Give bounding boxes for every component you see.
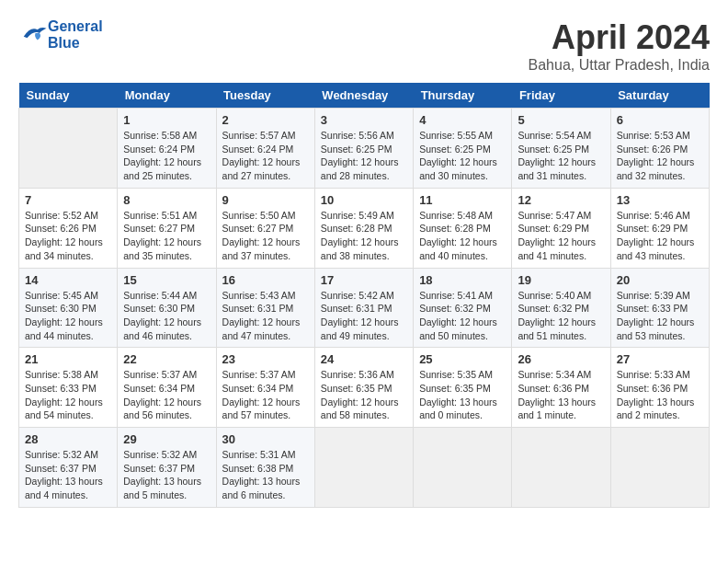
calendar-cell: 27Sunrise: 5:33 AM Sunset: 6:36 PM Dayli… [610, 348, 709, 428]
day-info: Sunrise: 5:37 AM Sunset: 6:34 PM Dayligh… [123, 368, 210, 422]
day-number: 15 [123, 273, 210, 287]
day-number: 19 [518, 273, 604, 287]
calendar-cell: 6Sunrise: 5:53 AM Sunset: 6:26 PM Daylig… [610, 109, 709, 189]
day-number: 7 [25, 193, 111, 207]
calendar-cell [414, 428, 512, 508]
day-info: Sunrise: 5:44 AM Sunset: 6:30 PM Dayligh… [123, 289, 210, 343]
day-number: 24 [321, 352, 407, 366]
day-number: 11 [419, 193, 506, 207]
day-info: Sunrise: 5:40 AM Sunset: 6:32 PM Dayligh… [518, 289, 604, 343]
month-title: April 2024 [529, 18, 710, 57]
day-number: 8 [123, 193, 210, 207]
calendar-cell: 26Sunrise: 5:34 AM Sunset: 6:36 PM Dayli… [512, 348, 610, 428]
page-header: General Blue April 2024 Bahua, Uttar Pra… [18, 18, 710, 74]
day-number: 16 [222, 273, 309, 287]
day-number: 28 [25, 432, 111, 446]
calendar-cell: 14Sunrise: 5:45 AM Sunset: 6:30 PM Dayli… [19, 268, 118, 348]
day-info: Sunrise: 5:34 AM Sunset: 6:36 PM Dayligh… [518, 368, 604, 422]
calendar-cell: 18Sunrise: 5:41 AM Sunset: 6:32 PM Dayli… [414, 268, 512, 348]
day-number: 5 [518, 113, 604, 127]
weekday-header: Wednesday [314, 83, 413, 109]
calendar-cell: 22Sunrise: 5:37 AM Sunset: 6:34 PM Dayli… [118, 348, 216, 428]
day-number: 2 [222, 113, 309, 127]
day-info: Sunrise: 5:57 AM Sunset: 6:24 PM Dayligh… [222, 129, 309, 183]
calendar-cell: 19Sunrise: 5:40 AM Sunset: 6:32 PM Dayli… [512, 268, 610, 348]
day-info: Sunrise: 5:32 AM Sunset: 6:37 PM Dayligh… [123, 448, 210, 502]
calendar-week-row: 21Sunrise: 5:38 AM Sunset: 6:33 PM Dayli… [19, 348, 710, 428]
day-number: 29 [123, 432, 210, 446]
calendar-cell: 9Sunrise: 5:50 AM Sunset: 6:27 PM Daylig… [216, 188, 314, 268]
day-number: 20 [617, 273, 703, 287]
calendar-cell: 2Sunrise: 5:57 AM Sunset: 6:24 PM Daylig… [216, 109, 314, 189]
day-number: 30 [222, 432, 309, 446]
calendar-cell: 8Sunrise: 5:51 AM Sunset: 6:27 PM Daylig… [118, 188, 216, 268]
day-info: Sunrise: 5:33 AM Sunset: 6:36 PM Dayligh… [617, 368, 703, 422]
calendar-cell: 16Sunrise: 5:43 AM Sunset: 6:31 PM Dayli… [216, 268, 314, 348]
calendar-table: SundayMondayTuesdayWednesdayThursdayFrid… [18, 83, 710, 508]
day-info: Sunrise: 5:31 AM Sunset: 6:38 PM Dayligh… [222, 448, 309, 502]
day-number: 1 [123, 113, 210, 127]
day-info: Sunrise: 5:52 AM Sunset: 6:26 PM Dayligh… [25, 209, 111, 263]
day-number: 22 [123, 352, 210, 366]
calendar-cell [314, 428, 413, 508]
day-info: Sunrise: 5:50 AM Sunset: 6:27 PM Dayligh… [222, 209, 309, 263]
weekday-header: Saturday [610, 83, 709, 109]
day-info: Sunrise: 5:51 AM Sunset: 6:27 PM Dayligh… [123, 209, 210, 263]
day-info: Sunrise: 5:56 AM Sunset: 6:25 PM Dayligh… [321, 129, 407, 183]
day-number: 3 [321, 113, 407, 127]
day-number: 10 [321, 193, 407, 207]
calendar-week-row: 1Sunrise: 5:58 AM Sunset: 6:24 PM Daylig… [19, 109, 710, 189]
calendar-cell: 29Sunrise: 5:32 AM Sunset: 6:37 PM Dayli… [118, 428, 216, 508]
calendar-cell: 5Sunrise: 5:54 AM Sunset: 6:25 PM Daylig… [512, 109, 610, 189]
day-info: Sunrise: 5:38 AM Sunset: 6:33 PM Dayligh… [25, 368, 111, 422]
day-info: Sunrise: 5:39 AM Sunset: 6:33 PM Dayligh… [617, 289, 703, 343]
logo-icon [20, 22, 48, 44]
calendar-cell: 28Sunrise: 5:32 AM Sunset: 6:37 PM Dayli… [19, 428, 118, 508]
calendar-cell: 1Sunrise: 5:58 AM Sunset: 6:24 PM Daylig… [118, 109, 216, 189]
calendar-cell [19, 109, 118, 189]
day-number: 18 [419, 273, 506, 287]
day-info: Sunrise: 5:49 AM Sunset: 6:28 PM Dayligh… [321, 209, 407, 263]
day-number: 6 [617, 113, 703, 127]
calendar-cell: 4Sunrise: 5:55 AM Sunset: 6:25 PM Daylig… [414, 109, 512, 189]
day-info: Sunrise: 5:48 AM Sunset: 6:28 PM Dayligh… [419, 209, 506, 263]
day-number: 26 [518, 352, 604, 366]
day-info: Sunrise: 5:32 AM Sunset: 6:37 PM Dayligh… [25, 448, 111, 502]
calendar-cell: 3Sunrise: 5:56 AM Sunset: 6:25 PM Daylig… [314, 109, 413, 189]
day-number: 13 [617, 193, 703, 207]
calendar-cell: 20Sunrise: 5:39 AM Sunset: 6:33 PM Dayli… [610, 268, 709, 348]
day-info: Sunrise: 5:53 AM Sunset: 6:26 PM Dayligh… [617, 129, 703, 183]
weekday-header: Tuesday [216, 83, 314, 109]
calendar-week-row: 7Sunrise: 5:52 AM Sunset: 6:26 PM Daylig… [19, 188, 710, 268]
day-info: Sunrise: 5:47 AM Sunset: 6:29 PM Dayligh… [518, 209, 604, 263]
weekday-header: Friday [512, 83, 610, 109]
day-info: Sunrise: 5:41 AM Sunset: 6:32 PM Dayligh… [419, 289, 506, 343]
day-info: Sunrise: 5:43 AM Sunset: 6:31 PM Dayligh… [222, 289, 309, 343]
day-number: 12 [518, 193, 604, 207]
calendar-cell: 12Sunrise: 5:47 AM Sunset: 6:29 PM Dayli… [512, 188, 610, 268]
weekday-header: Thursday [414, 83, 512, 109]
logo-text: General Blue [48, 18, 103, 52]
day-number: 25 [419, 352, 506, 366]
calendar-cell [512, 428, 610, 508]
calendar-cell: 25Sunrise: 5:35 AM Sunset: 6:35 PM Dayli… [414, 348, 512, 428]
day-info: Sunrise: 5:45 AM Sunset: 6:30 PM Dayligh… [25, 289, 111, 343]
day-info: Sunrise: 5:54 AM Sunset: 6:25 PM Dayligh… [518, 129, 604, 183]
day-number: 17 [321, 273, 407, 287]
day-info: Sunrise: 5:46 AM Sunset: 6:29 PM Dayligh… [617, 209, 703, 263]
calendar-cell: 13Sunrise: 5:46 AM Sunset: 6:29 PM Dayli… [610, 188, 709, 268]
day-number: 4 [419, 113, 506, 127]
calendar-cell: 30Sunrise: 5:31 AM Sunset: 6:38 PM Dayli… [216, 428, 314, 508]
calendar-week-row: 14Sunrise: 5:45 AM Sunset: 6:30 PM Dayli… [19, 268, 710, 348]
title-area: April 2024 Bahua, Uttar Pradesh, India [529, 18, 710, 74]
day-info: Sunrise: 5:36 AM Sunset: 6:35 PM Dayligh… [321, 368, 407, 422]
calendar-week-row: 28Sunrise: 5:32 AM Sunset: 6:37 PM Dayli… [19, 428, 710, 508]
logo: General Blue [18, 18, 103, 52]
day-number: 9 [222, 193, 309, 207]
day-number: 27 [617, 352, 703, 366]
weekday-header: Sunday [19, 83, 118, 109]
calendar-cell: 11Sunrise: 5:48 AM Sunset: 6:28 PM Dayli… [414, 188, 512, 268]
calendar-cell: 10Sunrise: 5:49 AM Sunset: 6:28 PM Dayli… [314, 188, 413, 268]
day-info: Sunrise: 5:35 AM Sunset: 6:35 PM Dayligh… [419, 368, 506, 422]
day-number: 14 [25, 273, 111, 287]
